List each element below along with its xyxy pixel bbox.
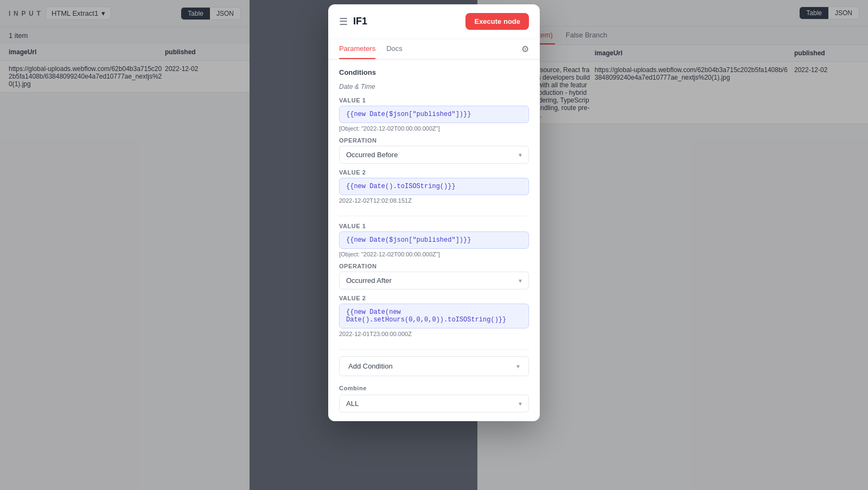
c2-operation-label: Operation (339, 263, 529, 269)
settings-button[interactable]: ⚙ (521, 39, 529, 59)
c2-value1-hint: [Object: "2022-12-02T00:00:00.000Z"] (339, 251, 529, 257)
c2-operation-select[interactable]: Occurred After ▾ (339, 272, 529, 289)
c1-operation-select[interactable]: Occurred Before ▾ (339, 146, 529, 164)
modal-header: ☰ IF1 Execute node (328, 4, 540, 39)
add-condition-label: Add Condition (348, 362, 393, 370)
c1-value2-input[interactable]: {{new Date().toISOString()}} (339, 178, 529, 195)
execute-node-button[interactable]: Execute node (465, 13, 529, 30)
modal-title: IF1 (353, 16, 367, 27)
c1-operation-label: Operation (339, 137, 529, 144)
if-node-icon: ☰ (339, 16, 348, 28)
combine-chevron-icon: ▾ (519, 400, 522, 408)
c1-value2-label: Value 2 (339, 169, 529, 176)
tab-docs[interactable]: Docs (386, 39, 403, 59)
c1-value1-input[interactable]: {{new Date($json["published"])}} (339, 106, 529, 123)
tab-parameters[interactable]: Parameters (339, 39, 375, 59)
c2-value2-hint: 2022-12-01T23:00:00.000Z (339, 331, 529, 337)
datetime-section-label: Date & Time (339, 83, 529, 91)
c1-operation-value: Occurred Before (346, 151, 398, 159)
combine-section: Combine ALL ▾ (339, 385, 529, 412)
combine-label: Combine (339, 385, 529, 391)
c1-value1-label: Value 1 (339, 97, 529, 104)
modal-body: Conditions Date & Time Value 1 {{new Dat… (328, 60, 540, 421)
c1-operation-chevron-icon: ▾ (519, 151, 522, 159)
c2-value2-label: Value 2 (339, 295, 529, 301)
combine-select[interactable]: ALL ▾ (339, 395, 529, 412)
add-condition-chevron-icon: ▾ (516, 363, 520, 370)
c2-value2-input[interactable]: {{new Date(new Date().setHours(0,0,0,0))… (339, 304, 529, 328)
gear-icon: ⚙ (521, 44, 529, 54)
if1-modal: ☰ IF1 Execute node Parameters Docs ⚙ Con… (328, 4, 540, 421)
c2-operation-chevron-icon: ▾ (519, 277, 522, 285)
modal-tabs: Parameters Docs ⚙ (328, 39, 540, 60)
add-condition-button[interactable]: Add Condition ▾ (339, 356, 529, 376)
conditions-label: Conditions (339, 68, 529, 76)
modal-overlay: ☰ IF1 Execute node Parameters Docs ⚙ Con… (0, 0, 868, 490)
c2-value1-label: Value 1 (339, 223, 529, 229)
condition-1-block: Value 1 {{new Date($json["published"])}}… (339, 97, 529, 216)
c1-value1-hint: [Object: "2022-12-02T00:00:00.000Z"] (339, 125, 529, 132)
condition-2-block: Value 1 {{new Date($json["published"])}}… (339, 223, 529, 350)
combine-value: ALL (346, 399, 359, 408)
c1-value2-hint: 2022-12-02T12:02:08.151Z (339, 197, 529, 204)
c2-operation-value: Occurred After (346, 276, 392, 285)
c2-value1-input[interactable]: {{new Date($json["published"])}} (339, 231, 529, 249)
